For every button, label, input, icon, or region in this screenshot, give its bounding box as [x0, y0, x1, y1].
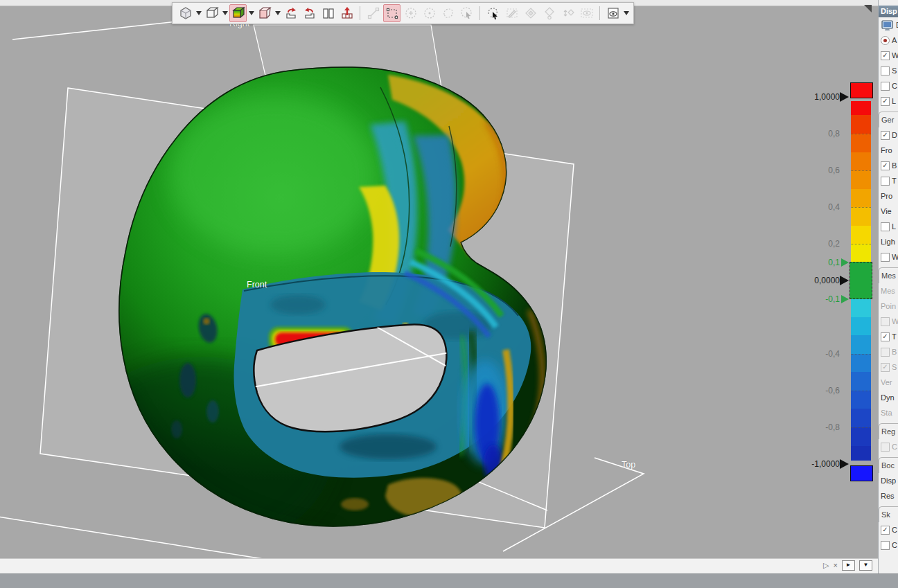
- panel-row-label: B: [892, 161, 897, 170]
- scale-dotted-tick: [851, 427, 871, 428]
- split-view-icon[interactable]: [319, 4, 337, 22]
- scale-range-handle-icon[interactable]: [841, 295, 849, 303]
- view-cube-wireframe-icon[interactable]: [203, 4, 220, 22]
- view-cube-perspective-icon[interactable]: [256, 4, 273, 22]
- panel-checkbox-row: C: [879, 78, 898, 93]
- panel-row-label: Ligh: [881, 238, 895, 246]
- checkbox[interactable]: ✓: [881, 161, 890, 170]
- panel-label-row: Poin: [879, 299, 898, 314]
- lasso-select-icon[interactable]: [439, 4, 457, 22]
- scale-tick-label: -1,0000: [794, 458, 840, 470]
- panel-label-row: Sta: [879, 405, 898, 420]
- ellipse-select-alt-icon[interactable]: [421, 4, 438, 22]
- panel-checkbox-row: ✓C: [879, 522, 898, 537]
- panel-row-label: C: [892, 443, 897, 451]
- checkbox[interactable]: [881, 253, 890, 262]
- panel-label-row: Disp: [879, 473, 898, 488]
- checkbox: ✓: [881, 363, 890, 372]
- scale-tick-label: 1,0000: [794, 91, 840, 103]
- checkbox[interactable]: [881, 177, 890, 186]
- panel-checkbox-row: ✓D: [879, 127, 898, 143]
- close-button[interactable]: ×: [833, 561, 837, 570]
- panel-checkbox-row: W: [879, 249, 898, 265]
- panel-row-label: C: [892, 526, 897, 534]
- export-view-icon[interactable]: [338, 4, 355, 22]
- panel-label-row: Mes: [879, 283, 898, 299]
- eye-select-icon[interactable]: [578, 4, 595, 22]
- viewport-controls: ▷×►▼: [823, 560, 872, 571]
- diamond-pin-select-icon[interactable]: [540, 4, 558, 22]
- checkbox[interactable]: ✓: [881, 526, 890, 535]
- corner-resize-icon[interactable]: [864, 5, 872, 12]
- measure-line-icon[interactable]: [364, 4, 382, 22]
- checkbox[interactable]: [881, 541, 890, 550]
- checkbox: [881, 443, 890, 452]
- panel-row-label: S: [892, 66, 897, 75]
- panel-group-header: Ger: [879, 112, 898, 127]
- diamond-select-icon[interactable]: [522, 4, 539, 22]
- toolbar-separator: [479, 6, 480, 20]
- scale-marker-icon[interactable]: [840, 276, 849, 285]
- scale-tick-label: -0,4: [794, 348, 840, 359]
- scale-tick-label: -0,6: [794, 385, 840, 396]
- scale-marker-icon[interactable]: [840, 92, 849, 102]
- dropdown-caret[interactable]: [622, 5, 630, 21]
- panel-checkbox-row: ✓L: [879, 93, 898, 109]
- ellipse-select-icon[interactable]: [402, 4, 419, 22]
- panel-row-label: L: [892, 222, 896, 231]
- rotate-view-ccw-icon[interactable]: [282, 4, 299, 22]
- panel-row-label: D: [892, 131, 897, 139]
- checkbox[interactable]: [881, 66, 890, 75]
- panel-row-label: W: [892, 317, 898, 326]
- rect-select-icon[interactable]: [383, 4, 400, 22]
- checkbox[interactable]: [881, 222, 890, 231]
- scale-tick-label: -0,1: [794, 294, 840, 305]
- expand-down-button[interactable]: ▼: [859, 560, 872, 571]
- view-sphere-icon[interactable]: [177, 4, 194, 22]
- panel-checkbox-row: B: [879, 344, 898, 359]
- step-forward-button[interactable]: ►: [842, 560, 855, 571]
- viewport-3d-scene[interactable]: [0, 0, 898, 588]
- panel-label-row: Res: [879, 488, 898, 504]
- panel-group-header: Reg: [879, 423, 898, 439]
- move-vertical-icon[interactable]: [559, 4, 576, 22]
- panel-checkbox-row: W: [879, 314, 898, 329]
- dropdown-caret[interactable]: [195, 5, 202, 21]
- dropdown-caret[interactable]: [274, 5, 281, 21]
- checkbox[interactable]: ✓: [881, 97, 890, 106]
- display-mode-icon[interactable]: [604, 4, 622, 22]
- dropdown-caret[interactable]: [247, 5, 255, 21]
- viewport-bottom-strip: [0, 558, 879, 574]
- paint-select-icon[interactable]: [503, 4, 520, 22]
- panel-row-label: A: [892, 36, 897, 44]
- scale-dotted-tick: [851, 391, 871, 391]
- toolbar-separator: [360, 6, 360, 20]
- panel-row-label: Ver: [881, 378, 892, 386]
- panel-label-row: Ligh: [879, 234, 898, 249]
- panel-row-label: Fro: [881, 146, 892, 154]
- panel-label-row: Vie: [879, 204, 898, 219]
- checkbox[interactable]: ✓: [881, 131, 890, 140]
- panel-row-label: Ger: [881, 116, 894, 124]
- scale-marker-icon[interactable]: [840, 459, 849, 469]
- play-forward-button[interactable]: ▷: [823, 561, 829, 570]
- panel-row-label: C: [892, 82, 897, 90]
- status-bar: [0, 573, 898, 588]
- checkbox[interactable]: ✓: [881, 51, 890, 60]
- checkbox[interactable]: [881, 82, 890, 91]
- dropdown-caret[interactable]: [221, 5, 229, 21]
- scale-range-handle-icon[interactable]: [841, 258, 849, 267]
- panel-row-label: Sk: [881, 510, 890, 519]
- panel-row-label: W: [892, 253, 898, 261]
- lasso-cursor-select-icon[interactable]: [484, 4, 502, 22]
- panel-row-label: Sta: [881, 409, 892, 417]
- panel-icon-row: D: [879, 17, 898, 33]
- checkbox[interactable]: ✓: [881, 332, 890, 341]
- scale-selection-band[interactable]: [849, 262, 872, 299]
- rotate-view-cw-icon[interactable]: [301, 4, 318, 22]
- circle-cursor-select-icon[interactable]: [458, 4, 475, 22]
- view-cube-shaded-icon[interactable]: [229, 4, 247, 22]
- radio-button[interactable]: [881, 36, 890, 45]
- panel-checkbox-row: C: [879, 439, 898, 454]
- panel-label-row: Fro: [879, 143, 898, 158]
